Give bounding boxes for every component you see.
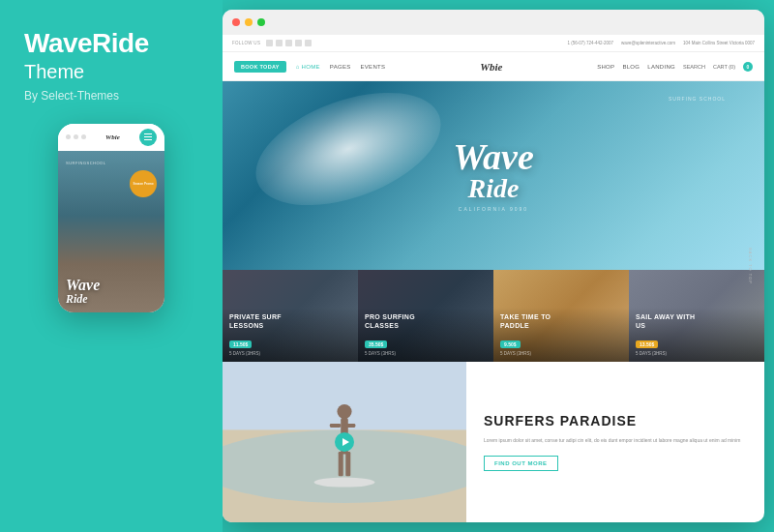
bottom-right: SURFERS PARADISE Lorem ipsum dolor sit a… bbox=[466, 362, 764, 522]
nav-menu: ⌂ HOME PAGES EVENTS bbox=[296, 64, 386, 70]
mobile-dots bbox=[66, 134, 86, 139]
course-card-3-overlay: TAKE TIME TOPADDLE 9.50$ 5 DAYS (3HRS) bbox=[493, 308, 629, 362]
mobile-hero-overlay: Wave Ride bbox=[58, 151, 164, 312]
mobile-dot-3 bbox=[81, 134, 86, 139]
cart-link[interactable]: CART (0) bbox=[713, 64, 735, 70]
search-link[interactable]: SEARCH bbox=[683, 64, 705, 70]
site-logo: Wbie bbox=[480, 59, 502, 74]
surfers-paradise-text: Lorem ipsum dolor sit amet, conse tur ad… bbox=[484, 436, 747, 444]
topbar-right: 1 (56-07) 724-442-2007 wave@spleninterac… bbox=[567, 41, 755, 45]
social-icon-5[interactable] bbox=[305, 40, 312, 46]
course-card-1-overlay: PRIVATE SURFLESSONS 11.50$ 5 DAYS (3HRS) bbox=[223, 308, 358, 362]
svg-rect-7 bbox=[339, 452, 343, 476]
mobile-dot-2 bbox=[74, 134, 78, 139]
hero-california: California 9090 bbox=[453, 206, 534, 212]
topbar-address: 104 Main Collins Street Victoria 0007 bbox=[683, 41, 755, 45]
course-2-title: PRO SURFINGCLASSES bbox=[365, 313, 487, 330]
hero-wave-text: Wave bbox=[453, 139, 534, 172]
mobile-ride-text: Ride bbox=[66, 293, 100, 305]
course-4-price: 13.50$ bbox=[636, 340, 658, 348]
mobile-hero-image: Surfingschool Season Promo Wave Ride bbox=[58, 151, 164, 312]
course-4-title: SAIL AWAY WITHUS bbox=[636, 313, 758, 330]
hamburger-line-3 bbox=[144, 139, 152, 140]
topbar-email: wave@spleninteractive.com bbox=[621, 41, 675, 45]
course-2-days: 5 DAYS (3HRS) bbox=[365, 351, 487, 356]
svg-rect-6 bbox=[344, 424, 355, 428]
nav-item-pages[interactable]: PAGES bbox=[330, 64, 351, 70]
course-1-title: PRIVATE SURFLESSONS bbox=[229, 313, 351, 330]
svg-point-9 bbox=[314, 478, 375, 488]
hamburger-line-1 bbox=[144, 133, 152, 134]
svg-rect-5 bbox=[330, 424, 341, 428]
course-card-2[interactable]: PRO SURFINGCLASSES 35.50$ 5 DAYS (3HRS) bbox=[358, 270, 493, 362]
cart-badge: 0 bbox=[743, 62, 753, 72]
mobile-wave-logo: Wave Ride bbox=[66, 278, 100, 305]
mobile-logo: Wbie bbox=[105, 133, 120, 141]
course-3-price: 9.50$ bbox=[500, 340, 521, 348]
course-card-4[interactable]: SAIL AWAY WITHUS 13.50$ 5 DAYS (3HRS) bbox=[629, 270, 764, 362]
course-3-days: 5 DAYS (3HRS) bbox=[500, 351, 622, 356]
hero-surfing-school: SURFING SCHOOL bbox=[669, 96, 726, 102]
site-bottom: SURFERS PARADISE Lorem ipsum dolor sit a… bbox=[223, 362, 764, 522]
browser-chrome bbox=[223, 10, 764, 35]
surfers-paradise-title: SURFERS PARADISE bbox=[484, 413, 747, 429]
social-icons bbox=[266, 40, 312, 46]
site-content: FOLLOW US 1 (56-07) 724-442-2007 wave@sp… bbox=[223, 35, 764, 522]
nav-item-events[interactable]: EVENTS bbox=[361, 64, 386, 70]
course-3-title: TAKE TIME TOPADDLE bbox=[500, 313, 622, 330]
social-icon-2[interactable] bbox=[276, 40, 283, 46]
nav-right: SHOP BLOG LANDING SEARCH CART (0) 0 bbox=[597, 62, 753, 72]
course-1-price: 11.50$ bbox=[229, 340, 252, 348]
cart-count: 0 bbox=[747, 64, 750, 70]
brand-name: WaveRide bbox=[24, 29, 149, 59]
nav-item-home[interactable]: ⌂ HOME bbox=[296, 64, 320, 70]
nav-item-landing[interactable]: LANDING bbox=[647, 64, 675, 70]
nav-item-shop[interactable]: SHOP bbox=[597, 64, 614, 70]
mobile-menu-icon[interactable] bbox=[139, 129, 157, 146]
hamburger-line-2 bbox=[144, 136, 152, 137]
svg-rect-8 bbox=[345, 452, 350, 476]
browser-window: FOLLOW US 1 (56-07) 724-442-2007 wave@sp… bbox=[223, 10, 764, 522]
course-1-days: 5 DAYS (3HRS) bbox=[229, 351, 351, 356]
social-icon-4[interactable] bbox=[295, 40, 302, 46]
course-card-1[interactable]: PRIVATE SURFLESSONS 11.50$ 5 DAYS (3HRS) bbox=[223, 270, 358, 362]
left-panel: WaveRide Theme By Select-Themes Wbie Sur… bbox=[0, 0, 223, 532]
hero-logo-overlay: Wave Ride California 9090 bbox=[453, 139, 534, 211]
chrome-dot-yellow[interactable] bbox=[245, 18, 253, 26]
course-2-price: 35.50$ bbox=[365, 340, 387, 348]
follow-label: FOLLOW US bbox=[232, 41, 260, 45]
bottom-left bbox=[223, 362, 466, 522]
nav-item-blog[interactable]: BLOG bbox=[622, 64, 640, 70]
course-card-3[interactable]: TAKE TIME TOPADDLE 9.50$ 5 DAYS (3HRS) bbox=[493, 270, 629, 362]
site-nav: BOOK TODAY ⌂ HOME PAGES EVENTS Wbie SHOP… bbox=[223, 52, 764, 81]
book-today-button[interactable]: BOOK TODAY bbox=[234, 61, 286, 73]
course-4-days: 5 DAYS (3HRS) bbox=[636, 351, 758, 356]
social-icon-1[interactable] bbox=[266, 40, 273, 46]
site-hero: SURFING SCHOOL Wave Ride California 9090 bbox=[223, 81, 764, 270]
chrome-dot-green[interactable] bbox=[257, 18, 265, 26]
brand-theme: Theme bbox=[24, 61, 84, 83]
hero-ride-text: Ride bbox=[453, 173, 534, 204]
nav-left: BOOK TODAY ⌂ HOME PAGES EVENTS bbox=[234, 61, 385, 73]
mobile-top-bar: Wbie bbox=[58, 124, 164, 151]
play-button[interactable] bbox=[335, 432, 354, 452]
find-out-button[interactable]: FIND OUT MORE bbox=[484, 456, 558, 471]
mobile-dot-1 bbox=[66, 134, 71, 139]
chrome-dot-red[interactable] bbox=[232, 18, 240, 26]
site-topbar: FOLLOW US 1 (56-07) 724-442-2007 wave@sp… bbox=[223, 35, 764, 52]
play-icon bbox=[342, 438, 349, 446]
course-card-4-overlay: SAIL AWAY WITHUS 13.50$ 5 DAYS (3HRS) bbox=[629, 308, 764, 362]
mobile-wave-text: Wave bbox=[66, 278, 100, 293]
social-icon-3[interactable] bbox=[285, 40, 292, 46]
brand-by: By Select-Themes bbox=[24, 89, 119, 103]
course-card-2-overlay: PRO SURFINGCLASSES 35.50$ 5 DAYS (3HRS) bbox=[358, 308, 493, 362]
course-cards-row: PRIVATE SURFLESSONS 11.50$ 5 DAYS (3HRS)… bbox=[223, 270, 764, 362]
svg-point-3 bbox=[337, 404, 351, 419]
mobile-mockup: Wbie Surfingschool Season Promo Wave Rid… bbox=[58, 124, 164, 312]
topbar-left: FOLLOW US bbox=[232, 40, 312, 46]
topbar-phone: 1 (56-07) 724-442-2007 bbox=[567, 41, 613, 45]
